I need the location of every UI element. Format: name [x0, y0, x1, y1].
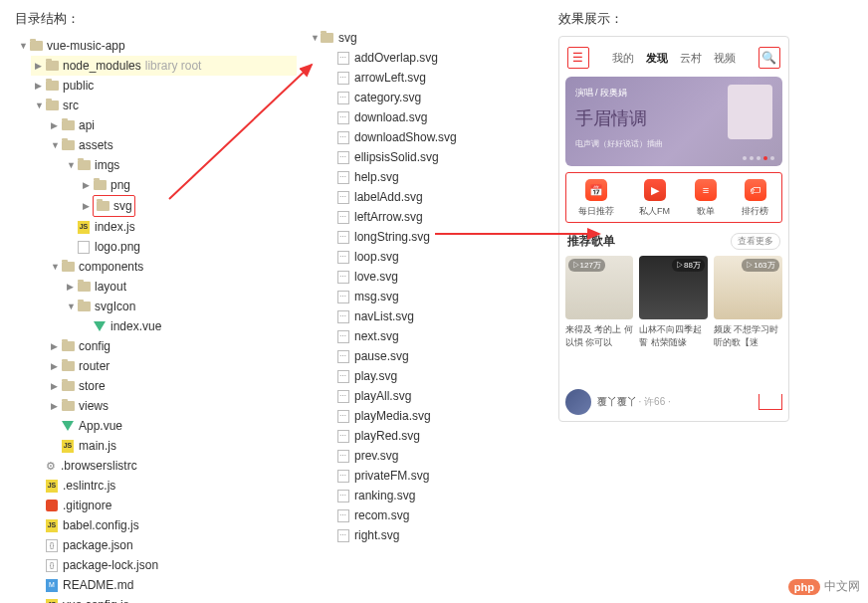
search-button[interactable]: 🔍 — [759, 47, 780, 69]
svg-file-18[interactable]: ⋯playMedia.svg — [323, 406, 548, 426]
tree-components[interactable]: components — [47, 257, 297, 277]
tree-layout[interactable]: layout — [63, 277, 297, 297]
tag-icon: 🏷 — [745, 179, 766, 201]
svg-file-17[interactable]: ⋯playAll.svg — [323, 386, 548, 406]
tab-video[interactable]: 视频 — [714, 51, 736, 66]
heading-structure: 目录结构： — [15, 10, 297, 28]
tab-discover[interactable]: 发现 — [646, 51, 668, 66]
svg-file-1[interactable]: ⋯arrowLeft.svg — [323, 68, 548, 88]
card-3[interactable]: ▷163万 频废 不想学习时听的歌【迷 — [714, 256, 782, 349]
rec-title: 推荐歌单 — [567, 233, 615, 250]
svg-file-13[interactable]: ⋯navList.svg — [323, 306, 548, 326]
username[interactable]: 覆丫覆丫· 许66 · — [597, 395, 671, 409]
svg-file-23[interactable]: ⋯recom.svg — [323, 505, 548, 525]
menu-icon: ☰ — [572, 51, 583, 65]
heading-preview: 效果展示： — [558, 10, 853, 28]
tree-router[interactable]: router — [47, 356, 297, 376]
banner-dots[interactable] — [743, 156, 774, 160]
svg-file-15[interactable]: ⋯pause.svg — [323, 346, 548, 366]
play-icon: ▶ — [644, 179, 666, 201]
icon-daily-rec[interactable]: 📅每日推荐 — [578, 179, 614, 218]
tree-readme[interactable]: MREADME.md — [31, 575, 297, 595]
icon-playlist[interactable]: ≡歌单 — [695, 179, 717, 218]
banner[interactable]: 演唱 / 段奥娟 手眉情调 电声调（好好说话）插曲 — [565, 77, 782, 166]
svg-file-21[interactable]: ⋯privateFM.svg — [323, 466, 548, 486]
gear-icon: ⚙ — [45, 460, 57, 473]
banner-desc: 电声调（好好说话）插曲 — [575, 138, 663, 149]
icon-private-fm[interactable]: ▶私人FM — [639, 179, 670, 218]
rec-more-button[interactable]: 查看更多 — [731, 233, 780, 250]
svg-file-10[interactable]: ⋯loop.svg — [323, 247, 548, 267]
tree-svg[interactable]: svg — [79, 195, 297, 217]
svg-file-24[interactable]: ⋯right.svg — [323, 525, 548, 545]
tree-gitignore[interactable]: .gitignore — [31, 496, 297, 515]
svg-file-14[interactable]: ⋯next.svg — [323, 326, 548, 346]
tree-vue-config[interactable]: JSvue.config.js — [31, 595, 297, 603]
svg-file-12[interactable]: ⋯msg.svg — [323, 287, 548, 306]
tree-babel[interactable]: JSbabel.config.js — [31, 515, 297, 535]
icon-ranking[interactable]: 🏷排行榜 — [742, 179, 768, 218]
tree-app-vue[interactable]: App.vue — [47, 416, 297, 436]
calendar-icon: 📅 — [585, 179, 607, 201]
tree-svgicon[interactable]: svgIcon — [63, 297, 297, 316]
svg-file-16[interactable]: ⋯play.svg — [323, 366, 548, 386]
svg-file-4[interactable]: ⋯downloadShow.svg — [323, 127, 548, 147]
svg-file-2[interactable]: ⋯category.svg — [323, 88, 548, 107]
tree-assets[interactable]: assets — [47, 135, 297, 155]
list-icon: ≡ — [695, 179, 717, 201]
tree-main-js[interactable]: JSmain.js — [47, 436, 297, 456]
tree-public[interactable]: public — [31, 76, 297, 96]
card-2[interactable]: ▷88万 山林不向四季起誓 枯荣随缘 — [639, 256, 708, 349]
tree-src[interactable]: src — [31, 96, 297, 115]
phone-preview: ☰ 我的 发现 云村 视频 🔍 演唱 / 段奥娟 手眉情调 电声调（好好说话）插… — [558, 36, 789, 422]
tree-png[interactable]: png — [79, 175, 297, 195]
search-icon: 🔍 — [761, 51, 776, 65]
svg-file-0[interactable]: ⋯addOverlap.svg — [323, 48, 548, 68]
banner-image — [728, 85, 772, 139]
watermark: php 中文网 — [788, 578, 860, 595]
tree-root[interactable]: vue-music-app — [15, 36, 297, 56]
watermark-badge: php — [788, 579, 820, 595]
tab-my[interactable]: 我的 — [612, 51, 634, 66]
tree-api[interactable]: api — [47, 115, 297, 135]
svg-file-7[interactable]: ⋯labelAdd.svg — [323, 187, 548, 207]
menu-button[interactable]: ☰ — [567, 47, 589, 69]
tree-imgs[interactable]: imgs — [63, 155, 297, 175]
card-1[interactable]: ▷127万 来得及 考的上 何以惧 你可以 — [565, 256, 634, 349]
banner-subtitle: 演唱 / 段奥娟 — [575, 87, 628, 100]
file-tree-main[interactable]: vue-music-app node_moduleslibrary root p… — [15, 36, 297, 603]
svg-folder[interactable]: svg — [307, 28, 548, 48]
svg-file-3[interactable]: ⋯download.svg — [323, 107, 548, 127]
phone-tabs[interactable]: 我的 发现 云村 视频 — [612, 51, 736, 66]
svg-file-9[interactable]: ⋯longString.svg — [323, 227, 548, 247]
svg-file-20[interactable]: ⋯prev.svg — [323, 446, 548, 466]
tree-package-lock[interactable]: {}package-lock.json — [31, 555, 297, 575]
svg-file-5[interactable]: ⋯ellipsisSolid.svg — [323, 147, 548, 167]
tree-package-json[interactable]: {}package.json — [31, 535, 297, 555]
tree-views[interactable]: views — [47, 396, 297, 416]
banner-title: 手眉情调 — [575, 106, 647, 130]
avatar[interactable] — [565, 389, 591, 415]
tree-eslintrc[interactable]: JS.eslintrc.js — [31, 476, 297, 496]
svg-file-8[interactable]: ⋯leftArrow.svg — [323, 207, 548, 227]
tree-node-modules[interactable]: node_moduleslibrary root — [31, 56, 297, 76]
tree-index-vue[interactable]: index.vue — [79, 316, 297, 336]
tab-cloud[interactable]: 云村 — [680, 51, 702, 66]
tree-logo-png[interactable]: logo.png — [63, 237, 297, 257]
svg-file-6[interactable]: ⋯help.svg — [323, 167, 548, 187]
file-tree-svg[interactable]: svg ⋯addOverlap.svg⋯arrowLeft.svg⋯catego… — [307, 28, 548, 545]
tree-store[interactable]: store — [47, 376, 297, 396]
tree-config[interactable]: config — [47, 336, 297, 356]
bottom-highlight — [759, 394, 782, 410]
svg-file-19[interactable]: ⋯playRed.svg — [323, 426, 548, 446]
svg-file-11[interactable]: ⋯love.svg — [323, 267, 548, 287]
tree-index-js[interactable]: JSindex.js — [63, 217, 297, 237]
tree-browserslistrc[interactable]: ⚙.browserslistrc — [31, 456, 297, 476]
svg-file-22[interactable]: ⋯ranking.svg — [323, 486, 548, 505]
icon-row: 📅每日推荐 ▶私人FM ≡歌单 🏷排行榜 — [565, 172, 782, 223]
